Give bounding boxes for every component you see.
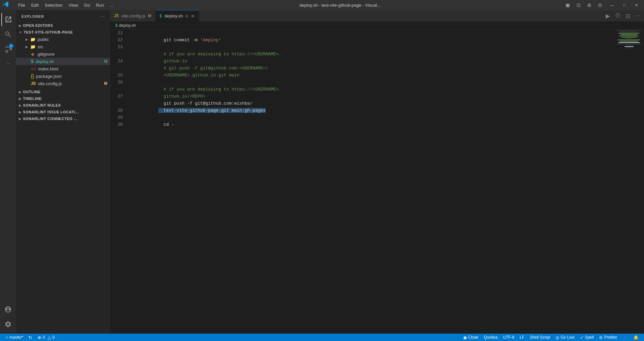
status-cloak[interactable]: ◉ Cloak	[461, 334, 481, 341]
activity-settings[interactable]	[1, 318, 15, 331]
menu-more[interactable]: ...	[107, 1, 116, 9]
status-go-live[interactable]: ◎ Go Live	[553, 334, 577, 341]
branch-icon: ⑂	[5, 335, 8, 340]
shell-file-icon: $	[31, 59, 34, 64]
status-prettier[interactable]: ⊘ Prettier	[596, 334, 620, 341]
status-quokka[interactable]: Quokka	[481, 334, 500, 341]
ln-27: 27	[110, 93, 123, 100]
status-sync[interactable]: ↻	[26, 334, 35, 341]
activity-account[interactable]	[1, 303, 15, 316]
activity-extensions[interactable]: ···	[1, 57, 15, 70]
activity-search[interactable]	[1, 27, 15, 41]
maximize-button[interactable]: □	[620, 2, 629, 8]
status-language[interactable]: Shell Script	[527, 334, 553, 341]
breadcrumb-file-icon: $	[115, 23, 118, 28]
menu-view[interactable]: View	[66, 1, 81, 9]
html-file-icon: <>	[31, 66, 36, 71]
tree-item-package-json[interactable]: {} package.json	[16, 72, 110, 80]
json-file-icon: {}	[31, 73, 34, 79]
project-header[interactable]: ▼ TEST-VITE-GITHUB-PAGE	[16, 29, 110, 36]
sidebar: EXPLORER ··· ▶ OPEN EDITORS ▼ TEST-VITE-…	[16, 10, 110, 334]
timeline-header[interactable]: ▶ TIMELINE	[16, 95, 110, 102]
minimize-button[interactable]: —	[607, 2, 617, 8]
status-branch[interactable]: ⑂ master*	[3, 334, 26, 341]
status-notifications[interactable]: 🔔	[631, 334, 641, 341]
close-button[interactable]: ✕	[632, 2, 641, 8]
go-live-icon: ◎	[555, 335, 559, 340]
status-errors[interactable]: ⊗ 0 △ 0	[35, 334, 57, 341]
chevron-right-icon: ▶	[19, 104, 22, 107]
activity-explorer[interactable]	[1, 13, 15, 26]
tree-item-index-html[interactable]: <> index.html	[16, 65, 110, 72]
status-account[interactable]: 👤	[620, 334, 631, 341]
language-label: Shell Script	[530, 335, 550, 340]
menu-go[interactable]: Go	[82, 1, 93, 9]
window-title: deploy.sh - test-vite-github-page - Visu…	[122, 3, 558, 8]
activity-bar: 2 ···	[0, 10, 16, 334]
spell-label: Spell	[585, 335, 594, 340]
ln-24: 24	[110, 58, 123, 65]
tab-close-icon[interactable]: ✕	[191, 13, 195, 19]
tree-label-index-html: index.html	[38, 66, 58, 71]
tree-item-gitignore[interactable]: ◆ .gitignore	[16, 50, 110, 58]
sidebar-section-project[interactable]: ▼ TEST-VITE-GITHUB-PAGE	[16, 29, 110, 36]
ln-23b	[110, 51, 123, 58]
ln-25: 25	[110, 72, 123, 79]
sidebar-more-icon[interactable]: ···	[100, 13, 105, 19]
chevron-down-icon: ▼	[19, 31, 22, 34]
encoding-label: UTF-8	[503, 335, 515, 340]
sidebar-section-open-editors[interactable]: ▶ OPEN EDITORS	[16, 22, 110, 29]
status-encoding[interactable]: UTF-8	[500, 334, 517, 341]
ln-27b	[110, 100, 123, 107]
tree-item-public[interactable]: ▶ 📁 public	[16, 36, 110, 43]
sonarlint-issue-label: SONARLINT ISSUE LOCATI...	[23, 110, 79, 114]
split-icon[interactable]: ⊡	[575, 2, 583, 8]
menu-edit[interactable]: Edit	[29, 1, 41, 9]
code-editor[interactable]: 21 22 23 24 25 26 27 28 29 30 git commit…	[110, 30, 644, 334]
status-line-endings[interactable]: LF	[517, 334, 527, 341]
layout-icon[interactable]: ▣	[564, 2, 572, 8]
activity-source-control[interactable]: 2	[1, 42, 15, 56]
outline-header[interactable]: ▶ OUTLINE	[16, 89, 110, 95]
modified-badge: M	[104, 81, 107, 86]
code-line-24: # git push -f git@github.com:<USERNAME>/	[132, 58, 610, 65]
split-editor-icon[interactable]: ⊡	[625, 12, 632, 20]
js-file-icon: JS	[31, 81, 36, 86]
timeline-label: TIMELINE	[23, 97, 42, 101]
titlebar-controls: ▣ ⊡ ⊞ ⊟ — □ ✕	[564, 2, 641, 8]
tab-vite-config[interactable]: JS vite.config.js M	[110, 10, 156, 21]
menu-run[interactable]: Run	[93, 1, 107, 9]
breadcrumb-filename[interactable]: deploy.sh	[119, 23, 136, 28]
sonarlint-rules-header[interactable]: ▶ SONARLINT RULES	[16, 102, 110, 109]
status-spell[interactable]: ✓ Spell	[577, 334, 597, 341]
open-editors-label: OPEN EDITORS	[23, 23, 53, 27]
sidebar-title: EXPLORER	[21, 14, 44, 18]
layout-grid-icon[interactable]: ⊞	[585, 2, 593, 8]
menu-file[interactable]: File	[15, 1, 28, 9]
titlebar: File Edit Selection View Go Run ... depl…	[0, 0, 644, 10]
code-content[interactable]: git commit -m 'deploy' # if you are depl…	[127, 30, 610, 334]
js-tab-icon: JS	[114, 13, 119, 18]
tree-label-gitignore: .gitignore	[37, 52, 54, 57]
tree-item-deploy-sh[interactable]: $ deploy.sh U	[16, 58, 110, 65]
menu-selection[interactable]: Selection	[42, 1, 65, 9]
chevron-right-icon: ▶	[25, 45, 28, 49]
open-timeline-icon[interactable]: ⏱	[614, 12, 622, 19]
run-button[interactable]: ▶	[604, 12, 611, 20]
cloak-icon: ◉	[463, 335, 467, 340]
quokka-label: Quokka	[484, 335, 497, 340]
prettier-icon: ⊘	[599, 335, 603, 340]
sonarlint-issue-header[interactable]: ▶ SONARLINT ISSUE LOCATI...	[16, 109, 110, 115]
status-bar: ⑂ master* ↻ ⊗ 0 △ 0 ◉ Cloak Quokka UTF-8…	[0, 334, 644, 341]
sonarlint-connected-header[interactable]: ▶ SONARLINT CONNECTED ...	[16, 115, 110, 122]
chevron-right-icon: ▶	[19, 24, 22, 27]
tab-more-icon[interactable]: ···	[634, 12, 641, 19]
open-editors-header[interactable]: ▶ OPEN EDITORS	[16, 22, 110, 29]
layout-panels-icon[interactable]: ⊟	[596, 2, 604, 8]
tab-deploy-sh[interactable]: $ deploy.sh U ✕	[156, 10, 199, 21]
line-endings-label: LF	[520, 335, 525, 340]
tree-item-src[interactable]: ▶ 📁 src	[16, 43, 110, 50]
minimap	[610, 30, 644, 334]
folder-icon: 📁	[30, 37, 36, 42]
tree-item-vite-config[interactable]: JS vite.config.js M	[16, 80, 110, 87]
